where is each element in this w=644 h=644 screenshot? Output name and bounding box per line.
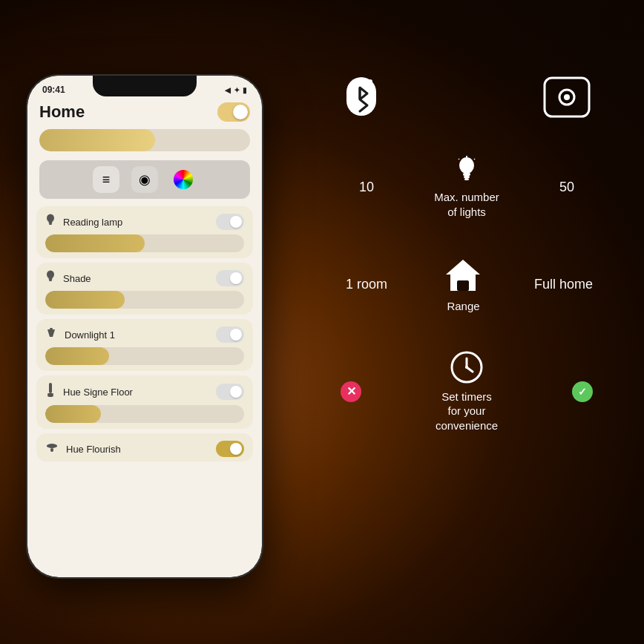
timers-no-status: ✕	[341, 381, 361, 402]
phone-notch	[93, 76, 197, 96]
lights-list: Reading lamp Shad	[27, 202, 262, 466]
battery-icon: ▮	[243, 86, 247, 94]
svg-rect-24	[464, 178, 469, 180]
bridge-icon	[541, 74, 593, 120]
svg-rect-8	[49, 383, 52, 393]
light-item-shade: Shade	[36, 263, 253, 315]
top-icons-row: ®	[341, 59, 593, 126]
svg-rect-2	[49, 223, 52, 225]
light-toggle-flourish[interactable]	[216, 441, 244, 457]
light-toggle-shade[interactable]	[216, 270, 244, 286]
svg-point-10	[47, 394, 53, 397]
svg-rect-29	[457, 280, 469, 291]
svg-text:®: ®	[369, 79, 373, 85]
timers-row: ✕ Set timersfor yourconvenience ✓	[341, 351, 593, 433]
timers-feature-center: Set timersfor yourconvenience	[436, 351, 498, 433]
light-name-downlight: Downlight 1	[65, 329, 208, 341]
light-slider-reading[interactable]	[45, 234, 244, 252]
svg-marker-6	[47, 329, 55, 337]
bluetooth-icon: ®	[341, 74, 382, 126]
range-feature-center: Range	[443, 256, 483, 314]
svg-rect-1	[49, 222, 53, 223]
light-item-header-flourish: Hue Flourish	[36, 433, 253, 461]
svg-point-21	[459, 157, 474, 174]
brightness-container	[27, 129, 262, 157]
light-item-signe: Hue Signe Floor	[36, 375, 253, 429]
info-area: ® 10 Max. numbe	[304, 59, 629, 629]
light-name-shade: Shade	[63, 273, 208, 284]
lights-max-label: 50	[541, 180, 593, 195]
range-row: 1 room Range Full home	[341, 256, 593, 314]
bulb-icon	[45, 214, 56, 230]
range-min-label: 1 room	[341, 277, 392, 292]
lights-feature-label: Max. numberof lights	[434, 190, 499, 219]
phone-mockup: 09:41 ◀ ✦ ▮ Home ≡ ◉	[26, 74, 263, 579]
app-title: Home	[39, 102, 85, 122]
signal-icon: ◀	[225, 86, 231, 94]
range-feature-label: Range	[447, 299, 479, 314]
lights-feature-center: Max. numberof lights	[434, 156, 499, 219]
bulb-feature-icon	[456, 156, 477, 184]
light-item-header-signe: Hue Signe Floor	[36, 375, 253, 405]
status-icons: ◀ ✦ ▮	[225, 86, 247, 94]
timers-yes-status: ✓	[572, 381, 593, 402]
svg-line-26	[459, 159, 459, 160]
svg-rect-5	[49, 280, 52, 281]
downlight-icon	[45, 327, 57, 342]
clock-feature-icon	[450, 351, 483, 384]
floor-lamp-icon	[45, 383, 56, 401]
svg-rect-23	[464, 176, 470, 178]
home-feature-icon	[443, 256, 483, 293]
light-item-downlight: Downlight 1	[36, 319, 253, 371]
lights-min-label: 10	[341, 180, 392, 195]
svg-rect-12	[50, 448, 53, 452]
light-slider-fill-shade	[45, 291, 125, 309]
svg-point-3	[47, 271, 54, 279]
svg-point-33	[465, 366, 468, 369]
light-name-flourish: Hue Flourish	[66, 444, 208, 455]
bulb-icon-shade	[45, 270, 56, 286]
wifi-icon: ✦	[234, 86, 240, 94]
lights-count-row: 10 Max. numberof lights 50	[341, 156, 593, 219]
light-toggle-reading[interactable]	[216, 214, 244, 230]
brightness-slider[interactable]	[39, 129, 250, 151]
app-header: Home	[27, 98, 262, 129]
svg-point-0	[47, 214, 54, 223]
light-item-reading-lamp: Reading lamp	[36, 206, 253, 258]
light-item-header-shade: Shade	[36, 263, 253, 291]
light-slider-signe[interactable]	[45, 405, 244, 423]
range-max-label: Full home	[534, 277, 593, 292]
light-slider-downlight[interactable]	[45, 347, 244, 365]
svg-rect-22	[463, 173, 470, 176]
light-slider-shade[interactable]	[45, 291, 244, 309]
tab-colors[interactable]	[174, 170, 193, 189]
light-name-signe: Hue Signe Floor	[63, 387, 208, 398]
home-toggle[interactable]	[217, 102, 250, 122]
light-slider-fill-downlight	[45, 347, 109, 365]
svg-line-27	[474, 159, 475, 160]
status-time: 09:41	[42, 85, 65, 95]
brightness-fill	[39, 129, 155, 151]
light-item-header: Reading lamp	[36, 206, 253, 234]
tab-bar: ≡ ◉	[39, 160, 250, 199]
tab-scenes[interactable]: ◉	[131, 166, 158, 193]
ceiling-icon	[45, 442, 59, 456]
light-toggle-signe[interactable]	[216, 384, 244, 400]
light-item-header-downlight: Downlight 1	[36, 319, 253, 347]
bluetooth-container: ®	[341, 74, 382, 126]
svg-rect-7	[50, 328, 53, 329]
light-toggle-downlight[interactable]	[216, 326, 244, 343]
svg-point-20	[564, 94, 570, 100]
light-slider-fill	[45, 234, 145, 252]
svg-rect-4	[49, 278, 53, 280]
phone-screen: 09:41 ◀ ✦ ▮ Home ≡ ◉	[27, 76, 262, 577]
timers-feature-label: Set timersfor yourconvenience	[436, 390, 498, 433]
bridge-container	[541, 74, 593, 126]
light-item-flourish: Hue Flourish	[36, 433, 253, 461]
light-name: Reading lamp	[63, 217, 208, 228]
tab-list[interactable]: ≡	[93, 166, 119, 193]
light-slider-fill-signe	[45, 405, 101, 423]
